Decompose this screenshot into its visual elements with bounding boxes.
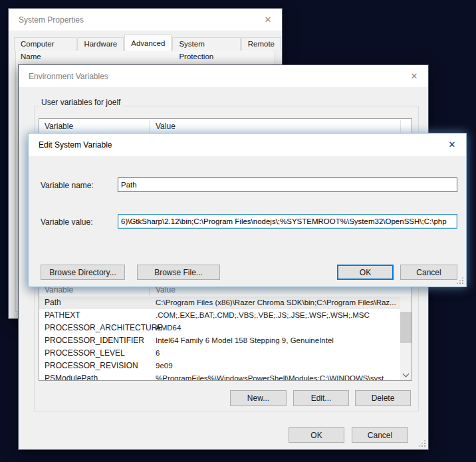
column-divider [149, 120, 150, 133]
resize-grip[interactable] [457, 278, 464, 285]
user-column-value[interactable]: Value [156, 119, 176, 134]
table-row-processor-revision[interactable]: PROCESSOR_REVISION 9e09 [39, 360, 400, 372]
table-row-processor-level[interactable]: PROCESSOR_LEVEL 6 [39, 347, 400, 360]
user-column-variable[interactable]: Variable [45, 119, 73, 134]
row-variable: PROCESSOR_ARCHITECTURE [45, 322, 162, 334]
close-icon[interactable]: ✕ [438, 134, 466, 156]
row-variable: PSModulePath [45, 372, 98, 380]
variable-name-input[interactable] [118, 177, 457, 192]
browse-file-button[interactable]: Browse File... [137, 265, 220, 280]
variable-value-input[interactable] [118, 214, 457, 229]
table-row-psmodulepath[interactable]: PSModulePath %ProgramFiles%\WindowsPower… [39, 372, 400, 380]
environment-variables-title: Environment Variables [19, 72, 108, 81]
resize-grip[interactable] [419, 441, 426, 447]
tab-remote[interactable]: Remote [241, 37, 281, 51]
system-properties-titlebar[interactable]: System Properties ✕ [9, 9, 282, 31]
cancel-button[interactable]: Cancel [400, 265, 457, 280]
row-value: .COM;.EXE;.BAT;.CMD;.VBS;.VBE;.JS;.JSE;.… [156, 309, 399, 322]
tab-system-protection[interactable]: System Protection [172, 37, 240, 51]
system-properties-tabs: Computer Name Hardware Advanced System P… [14, 34, 282, 51]
system-variables-table[interactable]: Variable Value Path C:\Program Files (x8… [39, 283, 412, 381]
row-variable: Path [45, 296, 61, 309]
column-divider [400, 120, 401, 133]
ok-button[interactable]: OK [289, 427, 344, 443]
browse-directory-button[interactable]: Browse Directory... [41, 265, 125, 280]
tab-advanced[interactable]: Advanced [124, 35, 172, 51]
new-button[interactable]: New... [230, 390, 287, 406]
tab-computer-name[interactable]: Computer Name [14, 37, 76, 51]
row-variable: PATHEXT [45, 309, 80, 322]
environment-variables-titlebar[interactable]: Environment Variables ✕ [19, 65, 428, 87]
row-variable: PROCESSOR_IDENTIFIER [45, 334, 144, 347]
ok-button[interactable]: OK [337, 265, 394, 280]
row-variable: PROCESSOR_LEVEL [45, 347, 125, 360]
close-icon[interactable]: ✕ [254, 9, 282, 31]
table-row-processor-identifier[interactable]: PROCESSOR_IDENTIFIER Intel64 Family 6 Mo… [39, 334, 400, 347]
close-icon[interactable]: ✕ [400, 65, 428, 87]
edit-dialog-titlebar[interactable]: Edit System Variable ✕ [29, 134, 466, 156]
scrollbar-down-button[interactable] [400, 369, 412, 380]
variable-value-label: Variable value: [41, 217, 93, 227]
system-variables-rows: Path C:\Program Files (x86)\Razer Chroma… [39, 296, 400, 380]
system-properties-title: System Properties [9, 15, 84, 25]
delete-button[interactable]: Delete [355, 390, 411, 406]
tab-hardware[interactable]: Hardware [77, 37, 124, 51]
chevron-down-icon [403, 370, 410, 377]
row-value: 6 [156, 347, 399, 360]
cancel-button[interactable]: Cancel [352, 427, 408, 443]
edit-button[interactable]: Edit... [293, 390, 349, 406]
vertical-scrollbar[interactable] [400, 296, 412, 380]
row-value: 9e09 [156, 360, 399, 372]
user-variables-group-title: User variables for joelf [39, 98, 123, 107]
table-row-path[interactable]: Path C:\Program Files (x86)\Razer Chroma… [39, 296, 400, 309]
table-row-pathext[interactable]: PATHEXT .COM;.EXE;.BAT;.CMD;.VBS;.VBE;.J… [39, 309, 400, 322]
row-value: %ProgramFiles%\WindowsPowerShell\Modules… [156, 372, 399, 380]
scrollbar-thumb[interactable] [400, 312, 412, 343]
edit-system-variable-dialog: Edit System Variable ✕ Variable name: Va… [28, 133, 467, 287]
row-value: AMD64 [156, 322, 399, 334]
row-value: C:\Program Files (x86)\Razer Chroma SDK\… [156, 296, 399, 309]
row-value: Intel64 Family 6 Model 158 Stepping 9, G… [156, 334, 399, 347]
table-row-processor-architecture[interactable]: PROCESSOR_ARCHITECTURE AMD64 [39, 322, 400, 334]
variable-name-label: Variable name: [41, 181, 94, 190]
row-variable: PROCESSOR_REVISION [45, 360, 138, 372]
edit-dialog-title: Edit System Variable [29, 140, 112, 150]
